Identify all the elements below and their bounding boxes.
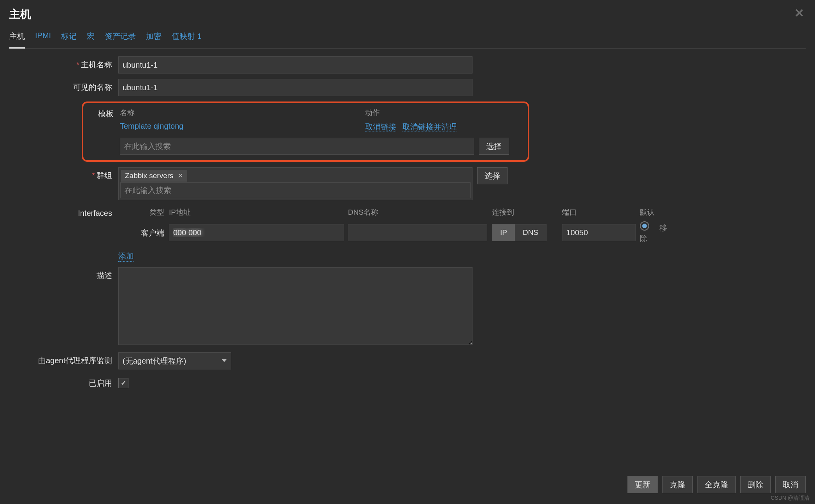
tab-tags[interactable]: 标记 [61,29,77,48]
tab-valuemap[interactable]: 值映射 1 [172,29,202,48]
label-interfaces: Interfaces [9,206,118,218]
tab-bar: 主机 IPMI 标记 宏 资产记录 加密 值映射 1 [9,29,806,49]
iface-head-type: 类型 [118,207,169,217]
iface-port-input[interactable] [562,224,636,241]
iface-head-conn: 连接到 [492,207,562,217]
delete-button[interactable]: 删除 [740,476,771,493]
iface-conn-dns[interactable]: DNS [515,224,546,241]
watermark: CSDN @清噇清 [771,495,810,502]
iface-default-radio[interactable] [640,221,649,231]
iface-head-default: 默认 [640,207,679,217]
label-host-name: *主机名称 [9,56,118,70]
iface-conn-ip[interactable]: IP [492,224,515,241]
tab-inventory[interactable]: 资产记录 [105,29,136,48]
label-groups: *群组 [9,167,118,181]
tab-ipmi[interactable]: IPMI [35,29,51,48]
dialog-title: 主机 [9,7,806,22]
label-visible-name: 可见的名称 [9,79,118,93]
visible-name-input[interactable] [118,79,472,96]
group-tag: Zabbix servers ✕ [121,170,187,182]
iface-dns-input[interactable] [348,224,487,241]
proxy-select[interactable]: (无agent代理程序) [118,352,231,369]
update-button[interactable]: 更新 [627,476,658,493]
enabled-checkbox[interactable] [118,378,128,388]
groups-input[interactable]: Zabbix servers ✕ [118,167,472,200]
template-search-input[interactable] [120,138,474,155]
cancel-button[interactable]: 取消 [775,476,806,493]
label-enabled: 已启用 [9,375,118,388]
iface-type: 客户端 [118,227,169,238]
dialog-footer: 更新 克隆 全克隆 删除 取消 [627,476,806,493]
label-proxy: 由agent代理程序监测 [9,352,118,366]
iface-head-port: 端口 [562,207,640,217]
templates-section: 模板 名称 动作 Template qingtong 取消链接 取消链接并清理 [82,102,529,162]
tab-encryption[interactable]: 加密 [146,29,162,48]
description-textarea[interactable] [118,267,472,345]
template-unlink[interactable]: 取消链接 [365,122,396,131]
label-description: 描述 [9,267,118,281]
interface-row: 客户端 IP DNS 移除 [118,221,679,244]
groups-search-input[interactable] [120,182,471,198]
remove-group-icon[interactable]: ✕ [177,172,183,180]
tab-host[interactable]: 主机 [9,29,25,49]
iface-conn-segment: IP DNS [492,224,546,241]
host-name-input[interactable] [118,56,472,74]
clone-button[interactable]: 克隆 [662,476,693,493]
full-clone-button[interactable]: 全克隆 [697,476,736,493]
host-dialog: ✕ 主机 主机 IPMI 标记 宏 资产记录 加密 值映射 1 *主机名称 可见… [0,0,815,402]
groups-select-button[interactable]: 选择 [477,167,508,184]
iface-head-ip: IP地址 [169,207,348,217]
close-icon[interactable]: ✕ [794,6,804,20]
templates-col-name: 名称 [120,108,365,122]
iface-add-link[interactable]: 添加 [118,251,134,262]
template-unlink-clear[interactable]: 取消链接并清理 [402,122,457,131]
template-link[interactable]: Template qingtong [120,122,183,130]
template-select-button[interactable]: 选择 [479,138,509,155]
iface-ip-input[interactable] [169,224,344,241]
tab-macros[interactable]: 宏 [87,29,95,48]
templates-col-action: 动作 [365,108,521,122]
iface-head-dns: DNS名称 [348,207,492,217]
